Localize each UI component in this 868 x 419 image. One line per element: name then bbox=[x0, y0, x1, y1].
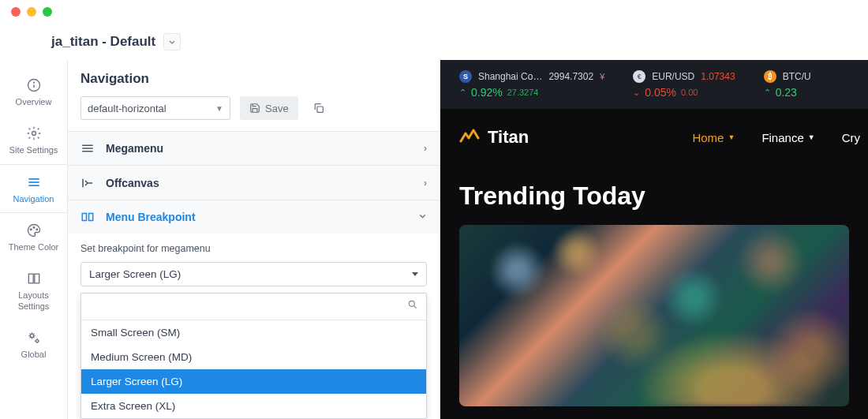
caret-down-icon: ▼ bbox=[808, 133, 815, 141]
svg-point-13 bbox=[36, 339, 38, 342]
sidebar-item-label: Site Settings bbox=[9, 145, 58, 156]
sidebar-item-label: Navigation bbox=[13, 194, 54, 205]
ticker-name: EUR/USD bbox=[652, 71, 694, 82]
hero-title: Trending Today bbox=[440, 166, 868, 225]
close-window-button[interactable] bbox=[11, 7, 21, 17]
ticker-currency: ¥ bbox=[600, 72, 604, 81]
sidebar-item-label: Overview bbox=[16, 97, 52, 108]
accordion-menu-breakpoint[interactable]: Menu Breakpoint bbox=[68, 200, 440, 234]
layout-icon bbox=[26, 271, 42, 286]
ticker-sub: 27.3274 bbox=[507, 88, 539, 97]
sidebar-item-theme-color[interactable]: Theme Color bbox=[0, 213, 67, 261]
dropdown-option-sm[interactable]: Small Screen (SM) bbox=[81, 320, 426, 345]
sidebar-item-navigation[interactable]: Navigation bbox=[0, 164, 67, 214]
sidebar-item-label: Global bbox=[21, 350, 47, 361]
svg-point-2 bbox=[33, 82, 34, 83]
copy-button[interactable] bbox=[308, 97, 330, 119]
accordion-label: Offcanvas bbox=[106, 177, 159, 189]
panel-title: Navigation bbox=[68, 60, 440, 96]
menu-icon bbox=[26, 174, 42, 190]
svg-line-22 bbox=[414, 306, 417, 309]
accordion-megamenu[interactable]: Megamenu › bbox=[68, 131, 440, 165]
nav-item-finance[interactable]: Finance ▼ bbox=[761, 131, 814, 144]
accordion-label: Menu Breakpoint bbox=[106, 211, 196, 223]
down-arrow-icon: ⌄ bbox=[633, 88, 640, 98]
chevron-down-icon bbox=[418, 211, 427, 223]
dropdown-option-md[interactable]: Medium Screen (MD) bbox=[81, 345, 426, 369]
nav-item-home[interactable]: Home ▼ bbox=[692, 131, 735, 144]
settings-panel: Navigation default-horizontal ▼ Save Meg… bbox=[68, 60, 440, 419]
ticker-symbol-icon: ₿ bbox=[764, 70, 776, 83]
minimize-window-button[interactable] bbox=[27, 7, 36, 17]
sidebar-item-global[interactable]: Global bbox=[0, 320, 67, 368]
svg-rect-11 bbox=[34, 274, 39, 283]
hero-image[interactable] bbox=[459, 225, 849, 406]
svg-rect-14 bbox=[317, 107, 323, 112]
navigation-type-select[interactable]: default-horizontal ▼ bbox=[80, 96, 230, 120]
save-button[interactable]: Save bbox=[240, 96, 298, 120]
dropdown-search-input[interactable] bbox=[89, 301, 399, 312]
svg-point-9 bbox=[36, 229, 37, 230]
copy-icon bbox=[312, 102, 325, 114]
offcanvas-icon bbox=[80, 176, 95, 190]
svg-point-3 bbox=[32, 131, 36, 135]
gear-icon bbox=[26, 125, 42, 141]
save-label: Save bbox=[265, 103, 289, 114]
window-titlebar bbox=[0, 0, 868, 24]
info-icon bbox=[26, 77, 42, 93]
ticker-pct: 0.23 bbox=[776, 86, 797, 99]
ticker-value: 2994.7302 bbox=[548, 71, 593, 82]
preview-pane: S Shanghai Co… 2994.7302 ¥ ⌃ 0.92% 27.32… bbox=[440, 60, 868, 419]
nav-item-crypto[interactable]: Cry bbox=[842, 131, 860, 144]
sidebar-item-layouts-settings[interactable]: Layouts Settings bbox=[0, 261, 67, 320]
svg-rect-10 bbox=[28, 274, 33, 283]
select-value: default-horizontal bbox=[88, 103, 166, 114]
search-icon bbox=[407, 299, 418, 313]
megamenu-icon bbox=[80, 141, 95, 155]
svg-point-7 bbox=[30, 229, 32, 230]
accordion-offcanvas[interactable]: Offcanvas › bbox=[68, 165, 440, 199]
svg-point-12 bbox=[30, 334, 33, 337]
app-header: ja_titan - Default bbox=[0, 24, 868, 60]
logo-text: Titan bbox=[488, 127, 529, 148]
sidebar-item-label: Theme Color bbox=[9, 242, 59, 253]
svg-rect-19 bbox=[82, 213, 86, 220]
breakpoint-description: Set breakpoint for megamenu bbox=[68, 234, 440, 262]
nav-label: Home bbox=[692, 131, 724, 144]
maximize-window-button[interactable] bbox=[43, 7, 52, 17]
ticker-item[interactable]: ₿ BTC/U ⌃ 0.23 bbox=[764, 70, 811, 99]
sidebar-item-label: Layouts Settings bbox=[3, 290, 64, 312]
svg-point-8 bbox=[33, 227, 35, 229]
up-arrow-icon: ⌃ bbox=[764, 88, 771, 98]
accordion-label: Megamenu bbox=[106, 142, 163, 155]
left-sidebar: Overview Site Settings Navigation Theme … bbox=[0, 60, 68, 419]
ticker-symbol-icon: € bbox=[633, 70, 645, 83]
ticker-sub: 0.00 bbox=[681, 88, 698, 97]
svg-rect-20 bbox=[89, 213, 93, 220]
ticker-value: 1.07343 bbox=[701, 71, 735, 82]
breakpoint-select[interactable]: Larger Screen (LG) bbox=[80, 262, 427, 286]
select-value: Larger Screen (LG) bbox=[89, 268, 181, 280]
dropdown-search bbox=[81, 294, 426, 320]
breakpoint-dropdown: Small Screen (SM) Medium Screen (MD) Lar… bbox=[80, 293, 427, 419]
site-logo[interactable]: Titan bbox=[459, 127, 529, 148]
nav-label: Cry bbox=[842, 131, 860, 144]
ticker-name: Shanghai Co… bbox=[478, 71, 542, 82]
svg-point-21 bbox=[409, 301, 414, 307]
ticker-name: BTC/U bbox=[783, 71, 811, 82]
chevron-right-icon: › bbox=[424, 143, 427, 154]
sidebar-item-overview[interactable]: Overview bbox=[0, 68, 67, 116]
template-title: ja_titan - Default bbox=[51, 34, 155, 50]
palette-icon bbox=[26, 223, 42, 238]
save-icon bbox=[249, 103, 260, 114]
dropdown-option-xl[interactable]: Extra Screen (XL) bbox=[81, 394, 426, 418]
ticker-item[interactable]: € EUR/USD 1.07343 ⌄ 0.05% 0.00 bbox=[633, 70, 735, 99]
ticker-symbol-icon: S bbox=[459, 70, 472, 83]
template-switcher-button[interactable] bbox=[163, 33, 181, 51]
ticker-pct: 0.92% bbox=[471, 86, 503, 99]
nav-label: Finance bbox=[761, 131, 803, 144]
dropdown-option-lg[interactable]: Larger Screen (LG) bbox=[81, 369, 426, 394]
logo-icon bbox=[459, 127, 480, 148]
sidebar-item-site-settings[interactable]: Site Settings bbox=[0, 116, 67, 164]
ticker-item[interactable]: S Shanghai Co… 2994.7302 ¥ ⌃ 0.92% 27.32… bbox=[459, 70, 604, 99]
